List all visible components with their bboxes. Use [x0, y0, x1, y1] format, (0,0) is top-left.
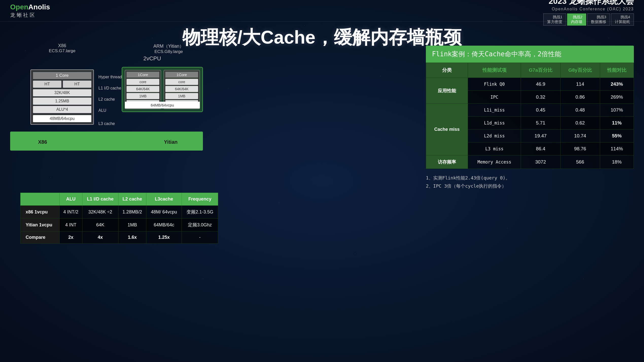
flink-col-category: 分类	[426, 63, 468, 78]
val-l2dmiss-g7a: 19.47	[521, 130, 561, 142]
arm-platform-label: Yitian	[164, 139, 178, 145]
right-section: Flink案例：倚天Cache命中率高，2倍性能 分类 性能测试项 G7a百分比…	[426, 46, 634, 190]
val-flinkq0-g8y: 114	[560, 78, 600, 91]
val-l1imiss-g7a: 0.45	[521, 104, 561, 117]
val-ipc-g8y: 0.86	[560, 91, 600, 104]
row-yitian-freq: 定频3.0Ghz	[182, 219, 218, 231]
val-l1imiss-g8y: 0.48	[560, 104, 600, 117]
val-l1imiss-compare: 107%	[600, 104, 634, 117]
label-l2cache: L2 cache	[98, 94, 122, 105]
row-yitian-l2: 1MB	[118, 219, 146, 231]
metric-l1imiss: L1i_miss	[468, 104, 521, 117]
val-memaccess-compare: 18%	[600, 155, 634, 169]
arm-core2-l2: 1MB	[165, 93, 198, 99]
side-labels: Hyper thread L1 I/D cache L2 cache ALU L…	[98, 71, 122, 131]
val-l2dmiss-g8y: 10.74	[560, 130, 600, 142]
row-x86-alu: 4 INT/2	[59, 206, 82, 219]
logo-open: Open	[10, 3, 28, 11]
row-yitian-alu: 4 INT	[59, 219, 82, 231]
x86-label-sub: ECS.G7.large	[30, 48, 94, 53]
row-yitian-name: Yitian 1vcpu	[21, 219, 60, 231]
conf-title-en: OpenAnolis Conference (OAC) 2023	[543, 7, 634, 11]
x86-platform-label: X86	[38, 139, 47, 145]
arm-cpu-box: 1Core core 64K/64K 1MB ALU*4 1Core core …	[122, 67, 203, 112]
cpu-diagram: 1 Core HT HT 32K/48K 1.25MB ALU*4 48MB/6…	[10, 64, 203, 151]
val-memaccess-g7a: 3072	[521, 155, 561, 169]
x86-l1cache: 32K/48K	[33, 89, 91, 96]
conf-title-zh: 2023 龙蜥操作系统大会	[543, 0, 634, 7]
val-l3miss-g7a: 86.4	[521, 142, 561, 155]
val-l2dmiss-compare: 55%	[600, 130, 634, 142]
flink-col-g7a: G7a百分比	[521, 63, 561, 78]
label-l1cache: L1 I/D cache	[98, 83, 122, 94]
x86-alu: ALU*4	[33, 106, 91, 113]
val-ipc-g7a: 0.32	[521, 91, 561, 104]
comp-table-area: ALU L1 I/D cache L2 cache L3cache Freque…	[20, 193, 218, 244]
logo-anolis: Anolis	[28, 3, 50, 11]
cat-mem-freq: 访存频率	[426, 155, 468, 169]
flink-col-compare: 性能对比	[600, 63, 634, 78]
arm-core2-l1: 64K/64K	[165, 86, 198, 92]
metric-l1dmiss: L1d_miss	[468, 117, 521, 130]
tag-challenge2[interactable]: 挑战2内存墙	[567, 13, 586, 26]
col-header-l2: L2 cache	[118, 193, 146, 206]
x86-l3: 48MB/64vcpu	[33, 115, 91, 122]
footnote-1: 1、实测Flink性能2.43倍(query 0)。	[426, 174, 634, 182]
arm-label-top: ARM（Yitian）	[129, 43, 208, 49]
conf-tags: 挑战1算力密度 挑战2内存墙 挑战3数据搬移 挑战4计算能耗	[543, 13, 634, 26]
left-section: X86 ECS.G7.large ARM（Yitian） ECS.G8y.lar…	[10, 43, 208, 151]
arm-core1-sub: core	[127, 79, 159, 85]
row-compare-alu: 2x	[59, 231, 82, 244]
val-l3miss-compare: 114%	[600, 142, 634, 155]
conference-info: 2023 龙蜥操作系统大会 OpenAnolis Conference (OAC…	[543, 0, 634, 26]
col-header-alu: ALU	[59, 193, 82, 206]
x86-ht1: HT	[33, 81, 61, 88]
metric-ipc: IPC	[468, 91, 521, 104]
col-header-l3: L3cache	[146, 193, 182, 206]
col-header-l1: L1 I/D cache	[82, 193, 118, 206]
arm-core1-l2: 1MB	[127, 93, 159, 99]
logo-area: OpenAnolis 龙 蜥 社 区	[10, 3, 50, 19]
flink-table: 分类 性能测试项 G7a百分比 G8y百分比 性能对比 应用性能 Flink Q…	[426, 63, 634, 169]
vcpu-label: 2vCPU	[143, 55, 161, 62]
x86-l2cache: 1.25MB	[33, 98, 91, 105]
val-l1dmiss-g8y: 0.62	[560, 117, 600, 130]
footnotes: 1、实测Flink性能2.43倍(query 0)。 2、IPC 3倍（每个cy…	[426, 174, 634, 190]
val-l1dmiss-g7a: 5.71	[521, 117, 561, 130]
logo: OpenAnolis	[10, 3, 50, 11]
header: OpenAnolis 龙 蜥 社 区 2023 龙蜥操作系统大会 OpenAno…	[0, 0, 644, 22]
tag-challenge3[interactable]: 挑战3数据搬移	[587, 13, 610, 26]
val-ipc-compare: 269%	[600, 91, 634, 104]
x86-ht2: HT	[63, 81, 91, 88]
comp-table: ALU L1 I/D cache L2 cache L3cache Freque…	[20, 193, 218, 244]
val-l3miss-g8y: 98.76	[560, 142, 600, 155]
x86-core-title: 1 Core	[33, 72, 91, 79]
flink-title: Flink案例：倚天Cache命中率高，2倍性能	[426, 46, 634, 63]
col-header-freq: Frequency	[182, 193, 218, 206]
row-x86-freq: 变频2.1-3.5G	[182, 206, 218, 219]
label-l3cache: L3 cache	[98, 116, 122, 131]
row-compare-name: Compare	[21, 231, 60, 244]
label-alu: ALU	[98, 105, 122, 116]
row-x86-l3: 48M/ 64vcpu	[146, 206, 182, 219]
x86-cpu-box: 1 Core HT HT 32K/48K 1.25MB ALU*4 48MB/6…	[30, 69, 94, 125]
x86-label-top: X86	[30, 43, 94, 48]
footnote-2: 2、IPC 3倍（每个cycle执行的指令）	[426, 182, 634, 190]
row-x86-name: x86 1vcpu	[21, 206, 60, 219]
row-x86-l1: 32K/48K ÷2	[82, 206, 118, 219]
val-l1dmiss-compare: 11%	[600, 117, 634, 130]
flink-col-g8y: G8y百分比	[560, 63, 600, 78]
row-yitian-l1: 64K	[82, 219, 118, 231]
arm-l3: 64MB/64vcpu	[125, 102, 200, 108]
tag-challenge4[interactable]: 挑战4计算能耗	[611, 13, 634, 26]
metric-flinkq0: Flink Q0	[468, 78, 521, 91]
tag-challenge1[interactable]: 挑战1算力密度	[543, 13, 566, 26]
row-compare-freq: -	[182, 231, 218, 244]
row-compare-l2: 1.6x	[118, 231, 146, 244]
row-compare-l1: 4x	[82, 231, 118, 244]
flink-col-metric: 性能测试项	[468, 63, 521, 78]
row-x86-l2: 1.28MB/2	[118, 206, 146, 219]
metric-l2dmiss: L2d miss	[468, 130, 521, 142]
arm-label-sub: ECS.G8y.large	[129, 49, 208, 54]
cat-cache-miss: Cache miss	[426, 104, 468, 155]
